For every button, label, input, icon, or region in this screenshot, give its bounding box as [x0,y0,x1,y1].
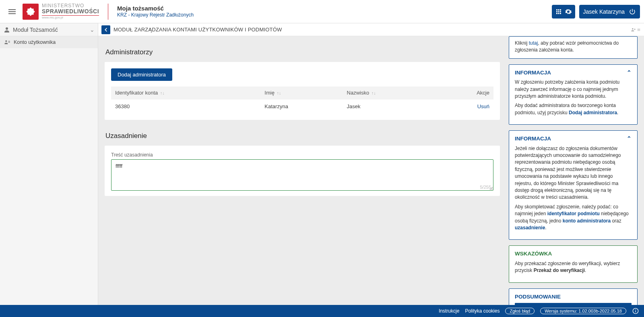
col-actions: Akcje [439,86,493,99]
app-title: Moja tożsamość [117,4,194,12]
info-bold: uzasadnienie [515,225,545,231]
chevron-down-icon: ⌄ [90,27,95,33]
svg-point-0 [6,27,8,30]
col-last[interactable]: Nazwisko ↑↓ [343,86,440,99]
tip-title: WSKAZÓWKA [515,250,552,258]
sort-icon: ↑↓ [160,91,165,95]
report-bug-button[interactable]: Zgłoś błąd [505,308,535,314]
col-id-label: Identyfikator konta [115,90,158,96]
administrators-card: Dodaj administratora Identyfikator konta… [105,62,500,120]
info-text-part: oraz [611,218,621,224]
note-text: Kliknij [515,40,529,46]
download-template-note: Kliknij tutaj, aby pobrać wzór pełnomocn… [509,36,638,59]
app-footer: Instrukcje Polityka cookies Zgłoś błąd W… [0,305,644,317]
arrow-left-icon [103,27,109,33]
info-text: Jeżeli nie dołączasz do zgłoszenia dokum… [515,145,632,201]
header-tools-button[interactable] [552,5,575,19]
user-menu-button[interactable]: Jasek Katarzyna [579,5,640,19]
info-text-part: . [545,225,546,231]
sidebar-header[interactable]: Moduł Tożsamość ⌄ [0,23,98,36]
col-id[interactable]: Identyfikator konta ↑↓ [111,86,260,99]
collapse-button[interactable]: ⌃ [627,135,632,143]
info-title: INFORMACJA [515,69,551,77]
hamburger-menu-button[interactable] [4,4,20,20]
info-text: Aby dodać administratora do tworzonego k… [515,102,632,116]
sort-icon: ↑↓ [277,91,281,95]
info-bold: Dodaj administratora [569,110,617,115]
logo-line-2: SPRAWIEDLIWOŚCI [42,8,99,14]
info-title: INFORMACJA [515,135,551,143]
svg-point-1 [5,40,7,42]
power-icon [629,8,636,15]
collapse-button[interactable]: ⌃ [627,69,632,77]
footer-cookies-link[interactable]: Polityka cookies [465,308,500,314]
tip-bold: Przekaż do weryfikacji [534,268,585,273]
info-button[interactable] [632,307,639,315]
info-text: Aby skompletować zgłoszenie, należy poda… [515,204,632,232]
info-box-2: INFORMACJA ⌃ Jeżeli nie dołączasz do zgł… [509,130,638,240]
cell-last: Jasek [343,99,440,114]
table-row: 36380 Katarzyna Jasek Usuń [111,99,493,114]
justification-title: Uzasadnienie [105,132,500,140]
col-actions-label: Akcje [477,90,489,96]
sidebar-item-account[interactable]: Konto użytkownika [0,36,98,48]
add-administrator-button[interactable]: Dodaj administratora [111,68,172,81]
tip-text: Aby przekazać zgłoszenie do weryfikacji,… [515,260,632,274]
delete-row-link[interactable]: Usuń [477,103,489,109]
module-title: MODUŁ ZARZĄDZANIA KONTAMI UŻYTKOWNIKÓW I… [114,27,282,33]
person-icon [3,26,10,33]
info-text: W zgłoszeniu potrzeby założenia konta po… [515,79,632,100]
tip-box: WSKAZÓWKA Aby przekazać zgłoszenie do we… [509,245,638,282]
administrators-title: Administratorzy [105,48,500,56]
info-text-part: . [617,110,618,115]
justification-textarea[interactable] [111,159,493,191]
user-name-label: Jasek Katarzyna [583,8,625,15]
main-area: MODUŁ ZARZĄDZANIA KONTAMI UŻYTKOWNIKÓW I… [98,23,644,305]
cell-first: Katarzyna [260,99,343,114]
app-header: MINISTERSTWO SPRAWIEDLIWOŚCI www.ms.gov.… [0,0,644,23]
system-version-pill[interactable]: Wersja systemu: 1.02.003b-2022.05.18 [540,308,626,314]
tip-text-part: . [585,268,586,273]
download-link[interactable]: tutaj [529,40,538,46]
info-icon [632,308,639,314]
emblem-icon [23,4,39,20]
sidebar-header-label: Moduł Tożsamość [13,27,58,33]
svg-rect-5 [635,309,636,310]
back-button[interactable] [101,25,110,34]
summary-box: PODSUMOWANIE Przekaż do weryfikacji Zrez… [509,288,638,305]
menu-icon [7,7,17,16]
person-add-icon [630,27,636,33]
sort-icon: ↑↓ [372,91,376,95]
ministry-logo: MINISTERSTWO SPRAWIEDLIWOŚCI www.ms.gov.… [23,3,99,20]
app-subtitle: KRZ - Krajowy Rejestr Zadłużonych [117,12,194,19]
col-first[interactable]: Imię ↑↓ [260,86,343,99]
col-last-label: Nazwisko [347,90,369,96]
ministry-logo-text: MINISTERSTWO SPRAWIEDLIWOŚCI www.ms.gov.… [42,3,99,20]
info-bold: identyfikator podmiotu [547,211,600,216]
sidebar: Moduł Tożsamość ⌄ Konto użytkownika [0,23,98,305]
info-bold: konto administratora [563,218,611,224]
list-icon [637,28,641,32]
divider [108,4,108,20]
module-bar-right-icon[interactable] [630,27,641,33]
col-first-label: Imię [264,90,275,96]
svg-point-2 [632,28,634,29]
module-bar: MODUŁ ZARZĄDZANIA KONTAMI UŻYTKOWNIKÓW I… [98,23,644,36]
cell-id: 36380 [111,99,260,114]
summary-title: PODSUMOWANIE [515,293,561,301]
gear-icon [565,8,572,15]
justification-label: Treść uzasadnienia [111,152,493,158]
account-icon [4,39,10,45]
justification-card: Treść uzasadnienia 5/255 [105,146,500,196]
footer-instructions-link[interactable]: Instrukcje [439,308,459,314]
svg-rect-4 [635,311,636,313]
sidebar-item-label: Konto użytkownika [14,39,56,45]
apps-grid-icon [555,8,562,15]
app-title-area: Moja tożsamość KRZ - Krajowy Rejestr Zad… [117,4,194,19]
info-box-1: INFORMACJA ⌃ W zgłoszeniu potrzeby założ… [509,64,638,125]
administrators-table: Identyfikator konta ↑↓ Imię ↑↓ Nazwisko … [111,86,493,113]
logo-line-3: www.ms.gov.pl [42,15,99,20]
